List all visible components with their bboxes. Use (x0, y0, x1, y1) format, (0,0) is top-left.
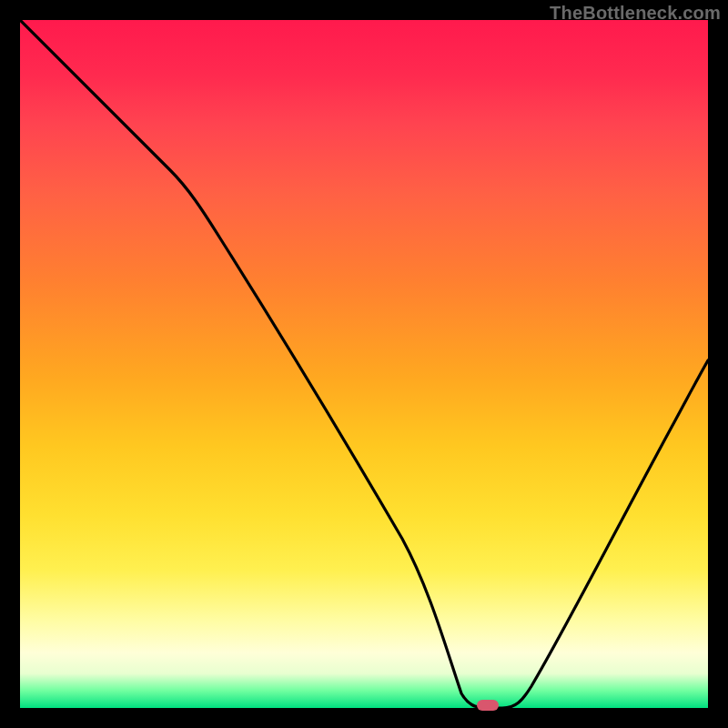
chart-plot-area (20, 20, 708, 708)
optimal-marker (477, 700, 499, 711)
bottleneck-curve (20, 20, 708, 708)
watermark-text: TheBottleneck.com (550, 3, 721, 24)
